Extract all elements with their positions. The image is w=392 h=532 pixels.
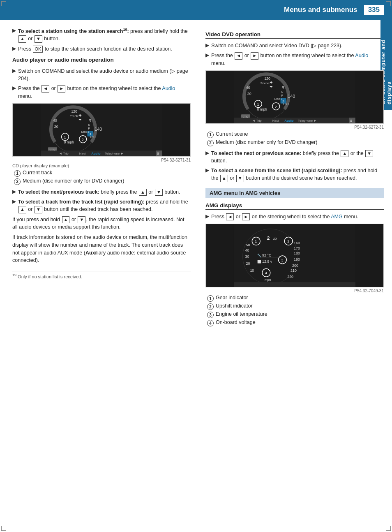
btn-down-2: ▼ bbox=[155, 189, 163, 196]
svg-text:Disc 3: Disc 3 bbox=[274, 97, 282, 100]
svg-text:160: 160 bbox=[294, 241, 300, 245]
amg-menu-highlight: AMG bbox=[331, 214, 342, 220]
svg-text:Audio: Audio bbox=[284, 119, 293, 123]
bullet-text-switch-video: Switch on COMAND and select Video DVD (▷… bbox=[211, 42, 343, 49]
section-heading-amg: AMG displays bbox=[205, 202, 384, 210]
btn-ok: OK bbox=[33, 46, 43, 53]
svg-text:Navi: Navi bbox=[79, 152, 86, 155]
btn-left-1: ◄ bbox=[42, 85, 49, 92]
bullet-text-next-scene: To select the next or previous scene: br… bbox=[211, 150, 384, 165]
btn-left-a1: ◄ bbox=[226, 213, 234, 220]
svg-text:🔧: 🔧 bbox=[257, 253, 261, 257]
bullet-text-scene-list: To select a scene from the scene list (r… bbox=[211, 167, 384, 182]
btn-down-3: ▼ bbox=[35, 206, 42, 213]
bullet-arrow-4: ▶ bbox=[12, 85, 16, 91]
svg-text:R: R bbox=[88, 118, 91, 123]
svg-text:40: 40 bbox=[53, 118, 57, 123]
btn-down-v1: ▼ bbox=[365, 150, 373, 157]
bullet-arrow-5: ▶ bbox=[12, 189, 16, 194]
section-amg: AMG displays ▶ Press ◄ or ► on the steer… bbox=[205, 202, 384, 326]
svg-rect-60 bbox=[234, 224, 355, 287]
svg-text:120: 120 bbox=[264, 76, 270, 80]
num-text-1: Current track bbox=[23, 170, 52, 176]
bullet-scene-list: ▶ To select a scene from the scene list … bbox=[205, 167, 384, 182]
svg-text:⬜: ⬜ bbox=[257, 259, 261, 264]
svg-text:S: S bbox=[157, 152, 159, 155]
audio-menu-highlight-v: Audio bbox=[355, 53, 368, 58]
svg-text:R: R bbox=[281, 86, 284, 90]
num-item-a3: 3 Engine oil temperature bbox=[207, 311, 384, 318]
cluster-image-audio: 20 40 120 R N P D Track 3 Disc 3 bbox=[12, 103, 191, 168]
bullets-track: ▶ To select the next/previous track: bri… bbox=[12, 188, 191, 213]
bullet-text-press-video: Press the ◄ or ► button on the steering … bbox=[211, 52, 384, 67]
section-heading-audio: Audio player or audio media operation bbox=[12, 57, 191, 64]
num-text-v1: Current scene bbox=[216, 131, 248, 137]
svg-text:160: 160 bbox=[282, 102, 288, 106]
svg-text:140: 140 bbox=[288, 94, 295, 99]
svg-text:170: 170 bbox=[294, 246, 300, 250]
bullet-arrow-2: ▶ bbox=[12, 46, 16, 51]
left-column: ▶ To select a station using the station … bbox=[12, 27, 195, 328]
cluster-image-amg: 50 40 30 20 10 160 170 180 190 200 210 2… bbox=[205, 224, 384, 293]
svg-text:Audio: Audio bbox=[91, 152, 100, 155]
bullet-track-list: ▶ To select a track from the track list … bbox=[12, 198, 191, 213]
svg-text:up: up bbox=[273, 236, 277, 241]
svg-text:40: 40 bbox=[245, 248, 249, 252]
header-bar: Menus and submenus 335 bbox=[0, 0, 392, 20]
cluster-svg-amg: 50 40 30 20 10 160 170 180 190 200 210 2… bbox=[205, 224, 384, 287]
num-item-a4: 4 On-board voltage bbox=[207, 319, 384, 326]
btn-up-v1: ▲ bbox=[341, 150, 348, 157]
num-item-1: 1 Current track bbox=[14, 170, 191, 177]
btn-up-v2: ▲ bbox=[220, 175, 228, 182]
page-number: 335 bbox=[364, 5, 384, 15]
bullet-arrow-1: ▶ bbox=[12, 28, 16, 33]
svg-text:50: 50 bbox=[246, 243, 250, 247]
btn-up-2: ▲ bbox=[139, 189, 147, 196]
num-list-audio: 1 Current track 2 Medium (disc number on… bbox=[14, 170, 191, 185]
section-station-search: ▶ To select a station using the station … bbox=[12, 27, 191, 53]
btn-up-3: ▲ bbox=[18, 206, 26, 213]
svg-text:2: 2 bbox=[275, 104, 277, 109]
svg-text:220: 220 bbox=[287, 275, 293, 279]
bullets-scene: ▶ To select the next or previous scene: … bbox=[205, 150, 384, 182]
svg-text:140: 140 bbox=[95, 127, 102, 132]
num-circle-1: 1 bbox=[14, 170, 21, 177]
num-list-video: 1 Current scene 2 Medium (disc number on… bbox=[207, 131, 384, 146]
main-content: ▶ To select a station using the station … bbox=[0, 20, 392, 332]
num-text-2: Medium (disc number only for DVD changer… bbox=[23, 178, 124, 184]
num-circle-a2: 2 bbox=[207, 303, 214, 310]
cluster-ref-audio: P54.32-6271-31 bbox=[12, 158, 191, 162]
bullet-arrow-a1: ▶ bbox=[205, 213, 209, 219]
svg-text:Navi: Navi bbox=[272, 119, 279, 123]
btn-up-1: ▲ bbox=[18, 35, 26, 42]
bullet-text-switch-comand: Switch on COMAND and select the audio de… bbox=[18, 67, 191, 82]
svg-text:160: 160 bbox=[89, 135, 95, 139]
svg-text:1: 1 bbox=[64, 135, 66, 139]
section-audio: Audio player or audio media operation ▶ … bbox=[12, 57, 191, 264]
page-title: Menus and submenus bbox=[284, 6, 357, 14]
cluster-ref-video: P54.32-6272-31 bbox=[205, 125, 384, 130]
svg-text:Telephone ►: Telephone ► bbox=[298, 119, 317, 123]
para-track-info: If track information is stored on the au… bbox=[12, 234, 191, 264]
bullet-text-next-track: To select the next/previous track: brief… bbox=[18, 188, 180, 196]
btn-up-inline: ▲ bbox=[62, 216, 70, 223]
num-text-a4: On-board voltage bbox=[216, 319, 256, 325]
svg-text:3: 3 bbox=[281, 258, 283, 262]
bullet-switch-video: ▶ Switch on COMAND and select Video DVD … bbox=[205, 42, 384, 49]
svg-text:◄ Trip: ◄ Trip bbox=[59, 152, 69, 155]
svg-text:0 mph: 0 mph bbox=[64, 140, 74, 144]
num-list-amg: 1 Gear indicator 2 Upshift indicator 3 E… bbox=[207, 295, 384, 326]
bullet-text-press-ok: Press OK to stop the station search func… bbox=[18, 45, 172, 53]
num-text-a3: Engine oil temperature bbox=[216, 311, 267, 317]
num-item-2: 2 Medium (disc number only for DVD chang… bbox=[14, 178, 191, 185]
bullet-arrow-v3: ▶ bbox=[205, 150, 209, 156]
num-circle-a3: 3 bbox=[207, 312, 214, 318]
bullet-arrow-v4: ▶ bbox=[205, 167, 209, 173]
amg-section-header: AMG menu in AMG vehicles bbox=[205, 188, 384, 198]
svg-text:12.8 v: 12.8 v bbox=[262, 259, 272, 264]
num-item-v1: 1 Current scene bbox=[207, 131, 384, 138]
num-circle-2: 2 bbox=[14, 178, 21, 185]
bullet-arrow-v2: ▶ bbox=[205, 52, 209, 58]
cluster-image-video: 20 40 120 R N P D Scene 1 Disc 3 bbox=[205, 70, 384, 130]
svg-text:1: 1 bbox=[255, 239, 257, 243]
